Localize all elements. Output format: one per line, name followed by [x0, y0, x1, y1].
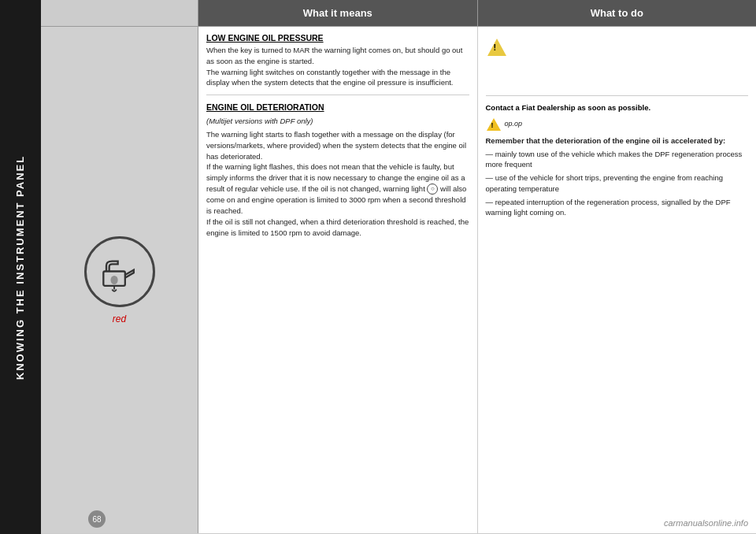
header-what-todo-label: What to do — [591, 7, 643, 19]
content-body: red LOW ENGINE OIL PRESSURE When the key… — [41, 27, 756, 534]
todo-bottom-section: Contact a Fiat Dealership as soon as pos… — [486, 102, 749, 218]
section1-body: When the key is turned to MAR the warnin… — [206, 45, 469, 88]
sidebar-label: KNOWING THE INSTRUMENT PANEL — [15, 154, 27, 379]
header-row: What it means What to do — [41, 0, 756, 27]
todo-item-3: — repeated interruption of the regenerat… — [486, 197, 749, 219]
todo-item-1: — mainly town use of the vehicle which m… — [486, 149, 749, 171]
section-low-oil-pressure: LOW ENGINE OIL PRESSURE When the key is … — [206, 33, 469, 95]
section1-title: LOW ENGINE OIL PRESSURE — [206, 33, 469, 43]
todo-contact-text: Contact a Fiat Dealership as soon as pos… — [486, 102, 749, 113]
todo-warning-note: op.op — [505, 119, 523, 129]
header-icon-cell — [41, 0, 198, 26]
sidebar: KNOWING THE INSTRUMENT PANEL — [0, 0, 41, 534]
small-triangle-icon — [487, 118, 501, 131]
main-content: What it means What to do — [41, 0, 756, 534]
todo-remember-title: Remember that the deterioration of the e… — [486, 135, 749, 146]
section2-title: ENGINE OIL DETERIORATION — [206, 102, 469, 113]
section2-subtitle: (Multijet versions with DPF only) — [206, 116, 469, 127]
oil-pressure-icon-circle — [84, 236, 155, 307]
watermark: carmanualsonline.info — [664, 518, 748, 528]
section-oil-deterioration: ENGINE OIL DETERIORATION (Multijet versi… — [206, 102, 469, 238]
icon-color-label: red — [113, 313, 126, 324]
svg-point-1 — [111, 276, 118, 284]
todo-top-section — [486, 33, 749, 96]
small-warning-icon — [486, 117, 502, 132]
icon-column: red — [41, 27, 198, 533]
warning-triangle-icon — [487, 39, 506, 56]
warning-icon-top — [486, 36, 508, 58]
todo-items: — mainly town use of the vehicle which m… — [486, 149, 749, 219]
oil-can-icon — [98, 250, 141, 293]
section2-body: The warning light starts to flash togeth… — [206, 129, 469, 238]
todo-icons-row: op.op — [486, 117, 749, 132]
header-what-means-label: What it means — [303, 7, 372, 19]
header-what-means-cell: What it means — [198, 0, 478, 26]
page-number: 68 — [88, 510, 106, 528]
header-what-todo-cell: What to do — [478, 0, 757, 26]
todo-column: Contact a Fiat Dealership as soon as pos… — [478, 27, 757, 533]
watermark-text: carmanualsonline.info — [664, 518, 748, 528]
todo-item-2: — use of the vehicle for short trips, pr… — [486, 172, 749, 195]
text-column: LOW ENGINE OIL PRESSURE When the key is … — [198, 27, 478, 533]
